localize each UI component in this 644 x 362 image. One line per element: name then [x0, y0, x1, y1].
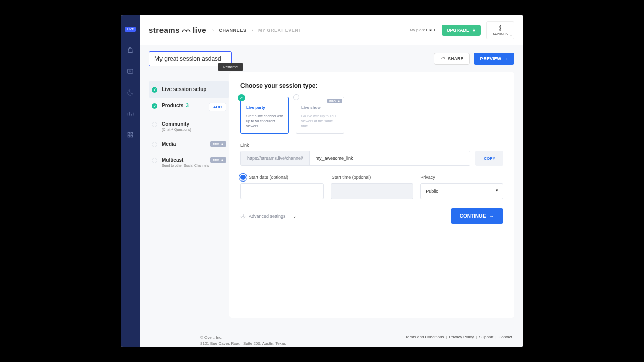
svg-rect-4	[131, 135, 133, 137]
advanced-label: Advanced settings	[249, 214, 286, 219]
brand-switcher[interactable]: SEPHORA ▾	[486, 21, 514, 39]
svg-rect-8	[338, 101, 340, 102]
type-live-show[interactable]: PRO Live show Go live with up to 1500 vi…	[296, 97, 344, 134]
step-multicast[interactable]: MulticastSend to other Social Channels P…	[149, 152, 229, 172]
svg-rect-1	[128, 132, 130, 134]
continue-button[interactable]: CONTINUE →	[451, 208, 503, 224]
lock-icon	[221, 158, 224, 162]
step-sublabel: (Chat + Questions)	[162, 128, 191, 131]
copy-button[interactable]: COPY	[475, 151, 503, 166]
step-label: Multicast	[162, 157, 183, 163]
panel-heading: Choose your session type:	[240, 82, 503, 89]
type-live-party[interactable]: ✓ Live party Start a live channel with u…	[240, 97, 289, 134]
arrow-right-icon: →	[504, 56, 508, 61]
upgrade-label: UPGRADE	[447, 28, 469, 33]
add-products-button[interactable]: ADD	[209, 103, 226, 111]
svg-rect-6	[222, 144, 223, 145]
nav-live[interactable]: LIVE	[125, 24, 136, 34]
preview-label: PREVIEW	[480, 56, 501, 61]
content-row: Live session setup Products 3 ADD Commun…	[140, 66, 523, 327]
chevron-right-icon: ›	[212, 28, 214, 33]
link-slug-input[interactable]	[310, 151, 470, 165]
link-privacy[interactable]: Privacy Policy	[449, 335, 474, 347]
type-title: Live show	[301, 105, 339, 110]
step-indicator	[152, 142, 157, 147]
share-button[interactable]: SHARE	[434, 53, 470, 65]
continue-label: CONTINUE	[460, 213, 486, 219]
nav-grid[interactable]	[125, 130, 136, 140]
brand-name: SEPHORA	[493, 32, 507, 35]
check-icon	[152, 103, 157, 109]
chevron-right-icon: ›	[252, 28, 254, 33]
preview-button[interactable]: PREVIEW →	[474, 53, 514, 65]
logo-suffix: live	[193, 26, 206, 34]
check-icon	[152, 87, 157, 93]
arrow-right-icon: →	[489, 213, 494, 219]
upgrade-button[interactable]: UPGRADE	[442, 25, 481, 36]
session-types: ✓ Live party Start a live channel with u…	[240, 97, 503, 134]
live-icon: LIVE	[125, 27, 135, 32]
advanced-toggle[interactable]: Advanced settings ⌄	[240, 214, 297, 219]
link-label: Link	[240, 143, 503, 148]
step-indicator	[152, 158, 157, 163]
radio-icon	[240, 175, 246, 180]
link-terms[interactable]: Terms and Conditions	[405, 335, 444, 347]
link-contact[interactable]: Contact	[498, 335, 512, 347]
top-bar: streamslive › CHANNELS › MY GREAT EVENT …	[140, 15, 523, 45]
start-time-label: Start time (optional)	[332, 175, 371, 180]
footer: © Oveit, Inc. 8121 Bee Caves Road, Suite…	[140, 327, 523, 347]
main-area: streamslive › CHANNELS › MY GREAT EVENT …	[140, 15, 523, 347]
wave-icon	[182, 28, 191, 33]
step-media[interactable]: Media PRO	[149, 136, 229, 152]
chevron-down-icon: ▾	[510, 33, 512, 37]
step-label: Live session setup	[162, 86, 206, 92]
top-right: My plan: FREE UPGRADE SEPHORA ▾	[410, 21, 514, 39]
pro-badge: PRO	[210, 141, 226, 147]
crumb-channels[interactable]: CHANNELS	[219, 28, 247, 33]
nav-play[interactable]	[125, 66, 136, 76]
footer-links: Terms and Conditions| Privacy Policy| Su…	[405, 335, 512, 347]
lock-icon	[221, 142, 224, 146]
brand-icon	[498, 25, 503, 32]
start-date-label: Start date (optional)	[249, 175, 288, 180]
app-window: LIVE streamslive › CHANNELS › MY GREAT E…	[121, 15, 523, 347]
logo[interactable]: streamslive	[149, 26, 206, 34]
step-setup[interactable]: Live session setup	[149, 81, 229, 98]
share-label: SHARE	[448, 56, 464, 61]
steps-list: Live session setup Products 3 ADD Commun…	[149, 72, 229, 318]
start-date-input[interactable]	[240, 183, 324, 199]
date-privacy-row: Start date (optional) Start time (option…	[240, 175, 503, 199]
radio-icon	[293, 94, 299, 100]
crumb-current: MY GREAT EVENT	[258, 28, 301, 33]
products-count: 3	[186, 103, 189, 108]
rename-tooltip: Rename	[218, 63, 243, 71]
start-time-input[interactable]	[331, 183, 414, 199]
check-icon: ✓	[238, 94, 245, 101]
link-input-group: https://streams.live/channel/	[240, 151, 470, 166]
step-products[interactable]: Products 3 ADD	[149, 98, 229, 116]
step-label: Products	[162, 103, 183, 108]
lock-icon	[337, 99, 340, 103]
play-icon	[127, 68, 134, 75]
bag-icon	[127, 47, 134, 54]
nav-bars[interactable]	[125, 109, 136, 119]
privacy-select[interactable]	[420, 183, 503, 199]
svg-rect-5	[473, 30, 475, 31]
side-rail: LIVE	[121, 15, 140, 347]
nav-bag[interactable]	[125, 45, 136, 55]
nav-moon[interactable]	[125, 87, 136, 98]
moon-icon	[127, 89, 134, 96]
bars-icon	[127, 110, 134, 117]
type-desc: Go live with up to 1500 viewers at the s…	[301, 114, 339, 128]
svg-point-9	[243, 216, 244, 217]
link-support[interactable]: Support	[479, 335, 493, 347]
pro-badge: PRO	[210, 157, 226, 163]
step-community[interactable]: Community(Chat + Questions)	[149, 116, 229, 136]
link-prefix: https://streams.live/channel/	[241, 151, 310, 165]
link-row: https://streams.live/channel/ COPY	[240, 151, 503, 166]
chevron-down-icon: ⌄	[293, 214, 297, 219]
svg-rect-3	[128, 135, 130, 137]
svg-rect-0	[128, 69, 133, 73]
plan-label: My plan: FREE	[410, 28, 437, 32]
step-indicator	[152, 122, 157, 127]
